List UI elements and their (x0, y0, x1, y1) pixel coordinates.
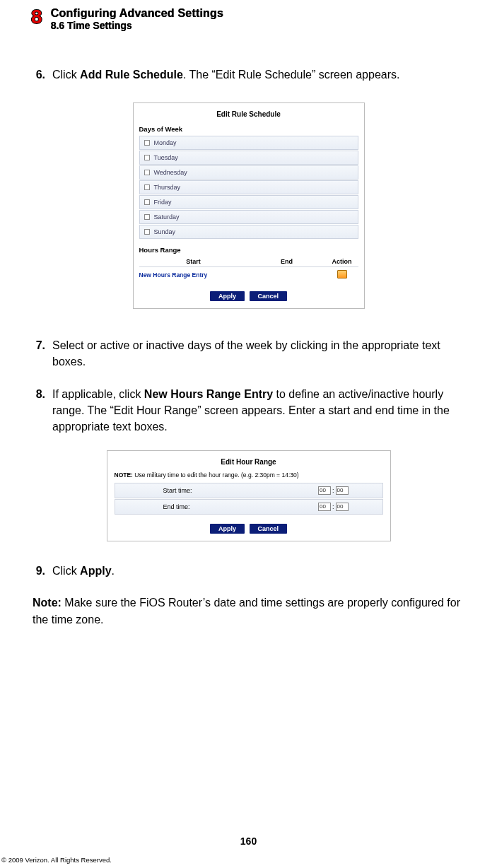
step-number: 7. (33, 337, 45, 370)
day-label: Friday (154, 199, 172, 206)
cancel-button[interactable]: Cancel (250, 291, 288, 301)
day-row-saturday[interactable]: Saturday (139, 210, 358, 224)
subsection-title: 8.6 Time Settings (51, 20, 223, 31)
time-separator: : (332, 487, 334, 494)
day-label: Monday (154, 139, 177, 146)
day-row-tuesday[interactable]: Tuesday (139, 151, 358, 165)
hours-range-label: Hours Range (139, 246, 358, 254)
end-minute-input[interactable]: 00 (336, 503, 349, 511)
step-number: 6. (33, 66, 45, 83)
new-hours-entry-row: New Hours Range Entry (139, 267, 358, 281)
apply-button[interactable]: Apply (210, 524, 245, 534)
note-text: Make sure the FiOS Router’s date and tim… (33, 597, 460, 625)
start-minute-input[interactable]: 00 (336, 486, 349, 495)
note-label: Note: (33, 597, 62, 609)
step-6: 6. Click Add Rule Schedule. The “Edit Ru… (33, 66, 464, 83)
day-row-friday[interactable]: Friday (139, 195, 358, 209)
start-time-label: Start time: (118, 487, 227, 494)
chapter-number: 8 (31, 7, 42, 27)
step-text: Click Add Rule Schedule. The “Edit Rule … (52, 66, 464, 83)
checkbox-icon[interactable] (144, 229, 150, 235)
days-of-week-label: Days of Week (139, 125, 358, 133)
edit-rule-schedule-panel: Edit Rule Schedule Days of Week Monday T… (133, 102, 365, 309)
end-time-row: End time: 00 : 00 (115, 499, 383, 515)
day-row-wednesday[interactable]: Wednesday (139, 165, 358, 180)
page-number: 160 (0, 835, 497, 847)
day-row-thursday[interactable]: Thursday (139, 180, 358, 194)
day-label: Tuesday (154, 154, 178, 161)
col-action: Action (326, 258, 358, 265)
day-label: Wednesday (154, 169, 187, 176)
end-time-label: End time: (118, 503, 227, 510)
chapter-title: Configuring Advanced Settings (51, 7, 223, 20)
new-hours-entry-link[interactable]: New Hours Range Entry (139, 271, 248, 278)
day-label: Saturday (154, 213, 180, 221)
page-header: 8 Configuring Advanced Settings 8.6 Time… (17, 7, 480, 31)
cancel-button[interactable]: Cancel (250, 524, 288, 534)
hours-header-row: Start End Action (139, 257, 358, 267)
copyright-footer: © 2009 Verizon. All Rights Reserved. (1, 856, 112, 864)
step-7: 7. Select or active or inactive days of … (33, 337, 464, 370)
start-time-row: Start time: 00 : 00 (115, 483, 383, 498)
checkbox-icon[interactable] (144, 140, 150, 146)
panel-title: Edit Hour Range (115, 455, 383, 471)
step-number: 8. (33, 386, 45, 435)
edit-hour-range-panel: Edit Hour Range NOTE: Use military time … (107, 450, 391, 541)
step-number: 9. (33, 563, 45, 579)
day-row-sunday[interactable]: Sunday (139, 225, 358, 239)
time-separator: : (332, 503, 334, 510)
checkbox-icon[interactable] (144, 155, 150, 160)
panel-title: Edit Rule Schedule (139, 107, 358, 124)
day-row-monday[interactable]: Monday (139, 136, 358, 150)
day-label: Sunday (154, 228, 176, 235)
note-line: Note: Make sure the FiOS Router’s date a… (33, 594, 464, 627)
col-end: End (248, 258, 326, 265)
day-label: Thursday (154, 184, 181, 191)
checkbox-icon[interactable] (144, 170, 150, 175)
checkbox-icon[interactable] (144, 214, 150, 220)
end-hour-input[interactable]: 00 (318, 503, 331, 511)
step-9: 9. Click Apply. (33, 563, 464, 579)
apply-button[interactable]: Apply (210, 291, 245, 301)
start-hour-input[interactable]: 00 (318, 486, 331, 495)
checkbox-icon[interactable] (144, 199, 150, 205)
panel-note: NOTE: Use military time to edit the hour… (115, 471, 383, 479)
add-entry-icon[interactable] (337, 270, 347, 278)
col-start: Start (139, 258, 248, 265)
step-text: Click Apply. (52, 563, 464, 579)
checkbox-icon[interactable] (144, 184, 150, 190)
step-text: If applicable, click New Hours Range Ent… (52, 386, 464, 435)
step-text: Select or active or inactive days of the… (52, 337, 464, 370)
step-8: 8. If applicable, click New Hours Range … (33, 386, 464, 435)
